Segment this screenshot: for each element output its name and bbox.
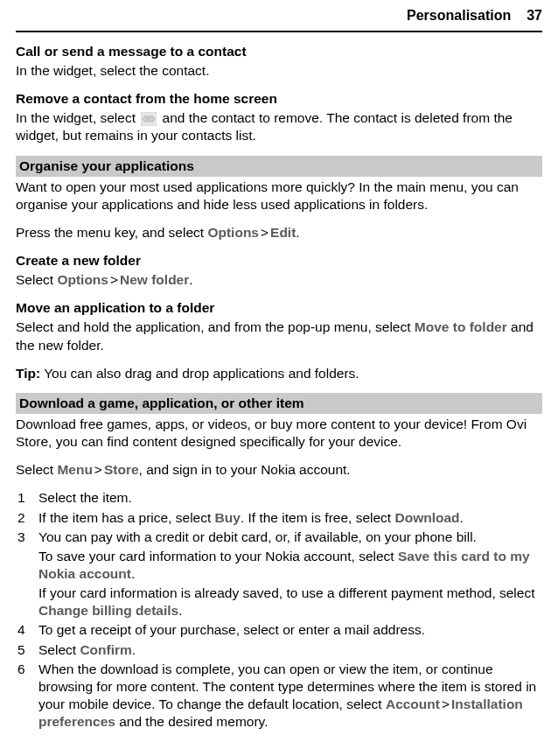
list-number: 3 <box>16 528 38 546</box>
menu-label-options: Options <box>57 272 108 287</box>
list-text: If the item has a price, select Buy. If … <box>38 509 542 527</box>
separator-gt: > <box>440 696 451 711</box>
text-fragment: , and sign in to your Nokia account. <box>139 462 351 477</box>
menu-label-move-to-folder: Move to folder <box>415 319 507 334</box>
section-bar-organise: Organise your applications <box>16 156 542 177</box>
text-fragment: Press the menu key, and select <box>16 225 207 240</box>
text-fragment: To save your card information to your No… <box>38 548 542 583</box>
para-remove-contact: In the widget, select and the contact to… <box>16 109 542 144</box>
list-item: 2 If the item has a price, select Buy. I… <box>16 509 542 527</box>
menu-label-options: Options <box>207 225 259 240</box>
ordered-list-download: 1 Select the item. 2 If the item has a p… <box>16 489 542 731</box>
svg-point-2 <box>149 116 155 122</box>
page-header: Personalisation 37 <box>16 0 542 32</box>
list-item: 1 Select the item. <box>16 489 542 507</box>
text-fragment: . <box>189 272 192 287</box>
list-number: 2 <box>16 509 38 527</box>
menu-label-buy: Buy <box>215 510 241 525</box>
heading-remove-contact: Remove a contact from the home screen <box>16 90 542 108</box>
heading-create-folder: Create a new folder <box>16 252 542 270</box>
list-item: 4 To get a receipt of your purchase, sel… <box>16 621 542 639</box>
separator-gt: > <box>108 272 120 287</box>
text-fragment: Select <box>16 272 57 287</box>
menu-label-change-billing: Change billing details <box>38 603 178 618</box>
para-create-folder: Select Options>New folder. <box>16 271 542 289</box>
text-fragment: If your card information is already save… <box>38 585 534 600</box>
list-text: You can pay with a credit or debit card,… <box>38 528 542 620</box>
text-fragment: In the widget, select <box>16 110 139 125</box>
list-text: To get a receipt of your purchase, selec… <box>38 621 542 639</box>
list-number: 5 <box>16 641 38 659</box>
list-text: When the download is complete, you can o… <box>38 661 542 732</box>
menu-label-account: Account <box>386 696 440 711</box>
list-text: Select Confirm. <box>38 641 542 659</box>
text-fragment: . <box>460 510 464 525</box>
settings-icon <box>141 112 157 126</box>
para-organise-intro: Want to open your most used applications… <box>16 178 542 214</box>
menu-label-menu: Menu <box>57 462 92 477</box>
section-bar-download: Download a game, application, or other i… <box>16 393 542 414</box>
menu-label-download: Download <box>394 510 459 525</box>
tip-label: Tip: <box>16 366 40 381</box>
para-download-intro: Download free games, apps, or videos, or… <box>16 416 542 451</box>
text-fragment: Select <box>38 642 80 657</box>
separator-gt: > <box>93 462 104 477</box>
list-item: 5 Select Confirm. <box>16 641 542 659</box>
text-fragment: To save your card information to your No… <box>38 549 398 564</box>
list-item: 6 When the download is complete, you can… <box>16 661 542 732</box>
list-number: 6 <box>16 661 38 678</box>
list-number: 1 <box>16 489 38 507</box>
text-fragment: If your card information is already save… <box>38 584 542 620</box>
list-text: Select the item. <box>38 489 542 507</box>
menu-label-new-folder: New folder <box>120 272 189 287</box>
heading-move-app: Move an application to a folder <box>16 299 542 317</box>
menu-label-edit: Edit <box>270 225 296 240</box>
text-fragment: Select <box>16 462 57 477</box>
tip-text: You can also drag and drop applications … <box>40 366 359 381</box>
text-fragment: Select and hold the application, and fro… <box>16 319 415 334</box>
menu-label-confirm: Confirm <box>80 642 131 657</box>
heading-call-or-send: Call or send a message to a contact <box>16 43 542 60</box>
para-call-or-send: In the widget, select the contact. <box>16 62 542 80</box>
para-download-signin: Select Menu>Store, and sign in to your N… <box>16 461 542 479</box>
header-section-title: Personalisation <box>407 7 511 25</box>
list-number: 4 <box>16 621 38 639</box>
separator-gt: > <box>259 225 270 240</box>
para-organise-steps: Press the menu key, and select Options>E… <box>16 224 542 242</box>
tip-drag-drop: Tip: You can also drag and drop applicat… <box>16 365 542 382</box>
list-item: 3 You can pay with a credit or debit car… <box>16 528 542 620</box>
text-fragment: . <box>178 603 182 618</box>
text-fragment: . <box>132 642 136 657</box>
text-fragment: . <box>131 566 135 581</box>
text-fragment: If the item has a price, select <box>38 510 215 525</box>
text-fragment: . <box>296 225 299 240</box>
text-fragment: and the desired memory. <box>115 714 269 729</box>
para-move-app: Select and hold the application, and fro… <box>16 318 542 354</box>
text-fragment: You can pay with a credit or debit card,… <box>38 528 542 546</box>
text-fragment: . If the item is free, select <box>241 510 395 525</box>
header-page-number: 37 <box>527 7 542 25</box>
menu-label-store: Store <box>104 462 139 477</box>
